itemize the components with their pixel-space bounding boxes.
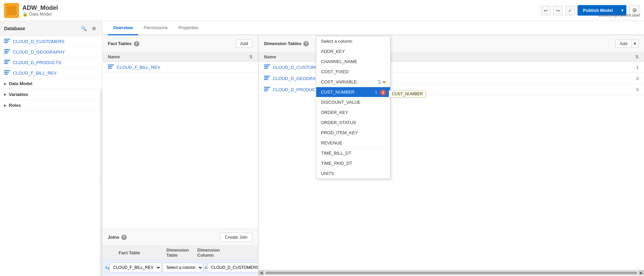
fact-name-col-header: Name — [108, 54, 249, 59]
sidebar-group-roles[interactable]: ▶ Roles — [0, 100, 102, 111]
dropdown-item-cost-variable[interactable]: COST_VARIABLE ■ ⇅ — [316, 77, 390, 87]
dim-tables-help-icon[interactable]: ? — [303, 41, 309, 46]
check-button[interactable]: ✓ — [565, 6, 575, 15]
sidebar-settings-button[interactable]: ⚙ — [90, 24, 98, 33]
dim-scrollbar: ◀ ▶ — [259, 270, 644, 275]
tab-properties[interactable]: Properties — [173, 21, 204, 35]
dropdown-item-time-bill-dt[interactable]: TIME_BILL_DT — [316, 148, 390, 158]
group-label: Variables — [9, 92, 28, 97]
join-dim-table-select[interactable]: CLOUD_D_CUSTOMERS — [207, 263, 258, 272]
dropdown-item-units[interactable]: UNITS — [316, 169, 390, 179]
model-icon — [4, 3, 19, 18]
dropdown-item-order-key[interactable]: ORDER_KEY — [316, 107, 390, 118]
dim-table-icon — [264, 87, 270, 92]
dropdown-item-prod-item-key[interactable]: PROD_ITEM_KEY — [316, 128, 390, 138]
tab-overview[interactable]: Overview — [108, 21, 138, 35]
model-subtitle: 🔒 Data Model — [22, 12, 541, 17]
scroll-left-button[interactable]: ◀ — [259, 270, 264, 276]
fact-table-name: CLOUD_F_BILL_REV — [117, 65, 253, 70]
model-icon-inner — [7, 6, 16, 15]
dim-sort-icon[interactable]: ⇅ — [635, 55, 639, 59]
fact-table-icon — [108, 64, 114, 70]
dropdown-item-cust-number[interactable]: CUST_NUMBER 0 1 — [316, 87, 390, 97]
tabs-bar: Overview Permissions Properties — [102, 21, 644, 35]
fact-tables-panel: Fact Tables ? Add Name ⇅ CLOUD_F_BILL_RE… — [102, 35, 258, 275]
dim-table-icon — [264, 76, 270, 81]
redo-button[interactable]: ↪ — [553, 6, 563, 15]
dropdown-item-cost-fixed[interactable]: COST_FIXED — [316, 67, 390, 77]
sidebar-header: Database 🔍 ⚙ — [0, 21, 102, 36]
column-dropdown: Select a column ADDR_KEY CHANNEL_NAME CO… — [316, 36, 390, 179]
sidebar-item-cloud-d-geography[interactable]: CLOUD_D_GEOGRAPHY — [0, 47, 102, 57]
dim-tables-title: Dimension Tables ? — [264, 41, 309, 46]
fact-col-header: Name ⇅ — [102, 52, 258, 62]
db-table-icon — [4, 60, 10, 65]
group-label: Data Model — [9, 81, 32, 86]
join-fact-table-select[interactable]: CLOUD_F_BILL_REV — [109, 263, 161, 272]
scroll-right-button[interactable]: ▶ — [639, 270, 644, 276]
dim-count-products: 0 — [636, 87, 639, 92]
db-item-label: CLOUD_F_BILL_REV — [13, 71, 57, 76]
join-fact-column-select[interactable]: Select a column — [163, 263, 203, 272]
undo-button[interactable]: ↩ — [541, 6, 550, 15]
create-join-button[interactable]: Create Join — [220, 233, 253, 242]
cust-number-tooltip: CUST_NUMBER — [389, 90, 426, 98]
sidebar-group-variables[interactable]: ▶ Variables — [0, 89, 102, 100]
join-dimcol-col-header: Dimension Column — [197, 248, 228, 258]
join-link-icon: ⇆ — [105, 264, 109, 271]
join-fact-col-header: Fact Table — [119, 250, 149, 255]
fact-tables-title: Fact Tables ? — [108, 41, 139, 46]
dim-add-button[interactable]: Add — [615, 39, 631, 48]
db-item-label: CLOUD_D_GEOGRAPHY — [13, 50, 65, 55]
dropdown-item-addr-key[interactable]: ADDR_KEY — [316, 46, 390, 57]
dim-table-icon — [264, 64, 270, 70]
dropdown-header-item: Select a column — [316, 36, 390, 46]
dim-count-geography: 0 — [636, 76, 639, 81]
top-bar: ADW_Model 🔒 Data Model ↩ ↪ ✓ Publish Mod… — [0, 0, 644, 21]
dim-add-dropdown-button[interactable]: ▾ — [631, 39, 639, 48]
chevron-right-icon: ▶ — [4, 103, 7, 107]
resize-handle[interactable]: ⋮ — [100, 89, 102, 276]
dropdown-item-revenue[interactable]: REVENUE — [316, 138, 390, 148]
model-title-block: ADW_Model 🔒 Data Model — [22, 4, 541, 17]
dropdown-item-channel-name[interactable]: CHANNEL_NAME — [316, 57, 390, 67]
sidebar-group-data-model[interactable]: ▶ Data Model — [0, 78, 102, 89]
db-table-icon — [4, 39, 10, 44]
scrollbar-track — [265, 272, 637, 274]
sidebar-icons: 🔍 ⚙ — [80, 24, 98, 33]
dim-count-customers: 1 — [636, 65, 639, 70]
joins-header: Joins ? Create Join — [102, 229, 258, 245]
join-equals-sign: = — [205, 265, 207, 270]
joins-col-header: Fact Table Dimension Table Dimension Col… — [102, 245, 258, 260]
group-label: Roles — [9, 103, 21, 108]
model-type-label: Data Model — [29, 12, 52, 17]
chevron-right-icon: ▶ — [4, 82, 7, 85]
fact-table-row[interactable]: CLOUD_F_BILL_REV — [102, 62, 258, 73]
content-area: Fact Tables ? Add Name ⇅ CLOUD_F_BILL_RE… — [102, 35, 644, 275]
db-item-label: CLOUD_D_PRODUCTS — [13, 60, 61, 65]
tab-permissions[interactable]: Permissions — [138, 21, 173, 35]
fact-tables-help-icon[interactable]: ? — [134, 41, 139, 46]
joins-title: Joins ? — [108, 235, 127, 240]
sidebar-item-cloud-f-bill-rev[interactable]: CLOUD_F_BILL_REV — [0, 68, 102, 78]
dropdown-item-discount-value[interactable]: DISCOUNT_VALUE — [316, 97, 390, 107]
dropdown-item-order-status[interactable]: ORDER_STATUS — [316, 118, 390, 128]
model-title: ADW_Model — [22, 4, 541, 12]
fact-add-button[interactable]: Add — [236, 39, 253, 48]
join-row: ⇆ CLOUD_F_BILL_REV Select a column = CLO… — [102, 260, 258, 275]
dropdown-item-time-paid-dt[interactable]: TIME_PAID_DT — [316, 158, 390, 169]
joins-help-icon[interactable]: ? — [121, 235, 127, 240]
sidebar: Database 🔍 ⚙ CLOUD_D_CUSTOMERS CLOUD_D_G… — [0, 21, 102, 276]
sort-icon[interactable]: ⇅ — [249, 55, 253, 59]
lock-icon: 🔒 — [22, 12, 28, 17]
db-table-icon — [4, 49, 10, 55]
fact-panel-header: Fact Tables ? Add — [102, 35, 258, 52]
sidebar-search-button[interactable]: 🔍 — [80, 24, 88, 33]
db-table-icon — [4, 70, 10, 76]
sidebar-item-cloud-d-products[interactable]: CLOUD_D_PRODUCTS — [0, 57, 102, 68]
joins-section: Joins ? Create Join Fact Table Dimension… — [102, 229, 258, 275]
scrollbar-thumb[interactable] — [265, 272, 637, 274]
chevron-right-icon: ▶ — [4, 93, 7, 96]
resize-dots-icon: ⋮ — [99, 181, 103, 184]
sidebar-item-cloud-d-customers[interactable]: CLOUD_D_CUSTOMERS — [0, 36, 102, 47]
